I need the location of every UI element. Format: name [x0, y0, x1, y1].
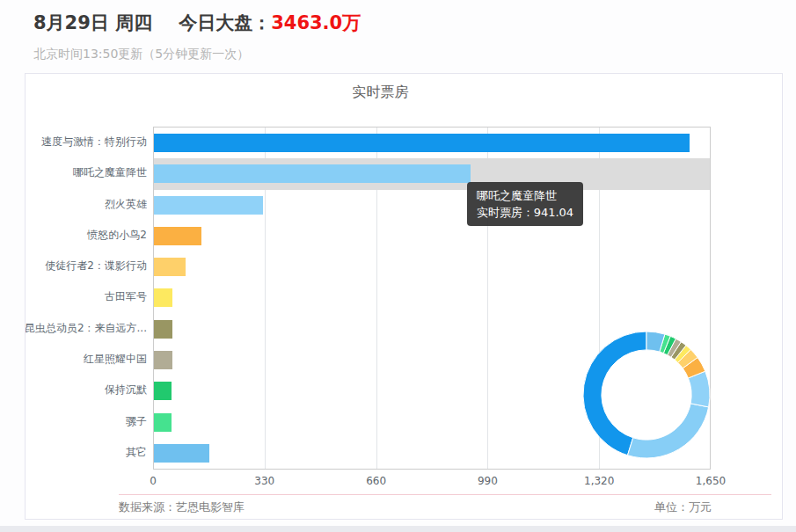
bar[interactable] [154, 320, 172, 339]
page-title: 8月29日 周四今日大盘：3463.0万 [33, 11, 361, 35]
x-tick-label: 660 [366, 475, 386, 487]
footer-divider [119, 494, 771, 495]
bar[interactable] [154, 164, 471, 183]
donut-chart [576, 324, 717, 465]
category-label: 昆虫总动员2：来自远方... [26, 313, 147, 344]
bar-row [154, 190, 710, 221]
category-label: 速度与激情：特别行动 [26, 127, 147, 157]
chart-title: 实时票房 [26, 84, 735, 102]
tooltip: 哪吒之魔童降世 实时票房 : 941.04 [467, 182, 583, 226]
unit-label: 单位：万元 [654, 499, 712, 515]
category-label: 古田军号 [26, 281, 147, 312]
category-label: 骡子 [26, 405, 147, 436]
donut-slice[interactable] [627, 404, 708, 458]
data-source: 数据来源：艺恩电影智库 [119, 499, 245, 515]
market-total-value: 3463.0万 [271, 12, 361, 33]
bar[interactable] [154, 288, 172, 307]
x-tick-label: 990 [478, 475, 498, 487]
x-axis: 03306609901,3201,650 [153, 475, 711, 489]
bar-row [154, 221, 710, 251]
category-label: 愤怒的小鸟2 [26, 220, 147, 251]
category-axis: 速度与激情：特别行动哪吒之魔童降世烈火英雄愤怒的小鸟2使徒行者2：谍影行动古田军… [26, 127, 147, 470]
bar[interactable] [154, 351, 172, 369]
bar-row [154, 251, 710, 282]
category-label: 其它 [26, 437, 147, 468]
bar[interactable] [154, 258, 186, 276]
bar[interactable] [154, 196, 263, 215]
page-header: 8月29日 周四今日大盘：3463.0万 北京时间13:50更新（5分钟更新一次… [33, 11, 361, 62]
category-label: 红星照耀中国 [26, 344, 147, 375]
x-tick-label: 1,650 [696, 475, 726, 487]
bar[interactable] [154, 227, 201, 245]
donut-slice[interactable] [583, 332, 646, 455]
x-tick-label: 330 [254, 475, 274, 487]
bar[interactable] [154, 444, 209, 463]
category-label: 哪吒之魔童降世 [26, 157, 147, 188]
bar[interactable] [154, 382, 172, 400]
bar[interactable] [154, 413, 172, 432]
page-bottom-strip [0, 526, 796, 532]
category-label: 烈火英雄 [26, 189, 147, 220]
bar-row [154, 128, 710, 158]
chart-card: 实时票房 速度与激情：特别行动哪吒之魔童降世烈火英雄愤怒的小鸟2使徒行者2：谍影… [25, 73, 783, 520]
date-label: 8月29日 周四 [33, 12, 152, 33]
bar-row [154, 158, 710, 189]
market-total-label: 今日大盘： [179, 12, 271, 33]
category-label: 保持沉默 [26, 375, 147, 405]
x-tick-label: 0 [150, 475, 157, 487]
category-label: 使徒行者2：谍影行动 [26, 251, 147, 281]
x-tick-label: 1,320 [584, 475, 614, 487]
bar-row [154, 282, 710, 313]
tooltip-title: 哪吒之魔童降世 [477, 187, 573, 204]
update-info: 北京时间13:50更新（5分钟更新一次） [33, 47, 361, 62]
bar[interactable] [154, 134, 690, 152]
tooltip-value: 实时票房 : 941.04 [477, 204, 573, 221]
